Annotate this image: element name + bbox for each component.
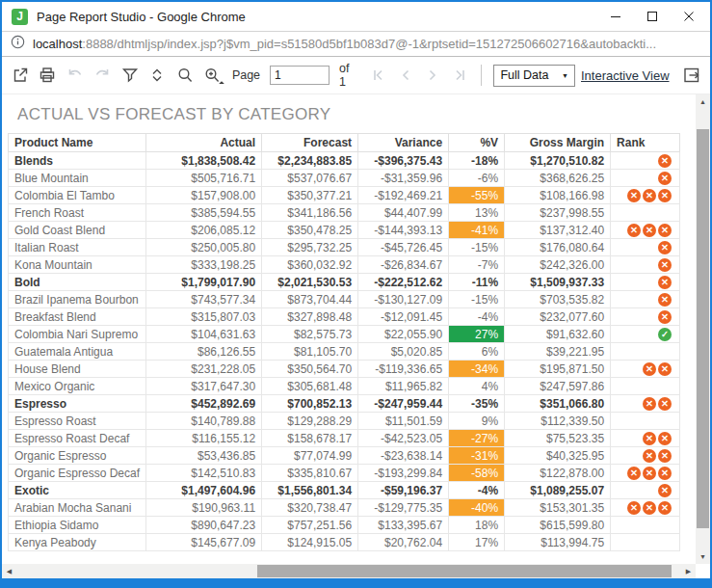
- search-button[interactable]: [172, 63, 197, 88]
- vertical-scrollbar[interactable]: ▲ ▼: [696, 94, 710, 564]
- minimize-button[interactable]: [610, 11, 621, 22]
- cell-forecast: $537,076.67: [262, 170, 358, 187]
- column-header-variance[interactable]: Variance: [358, 134, 449, 152]
- category-row: Exotic$1,497,604.96$1,556,801.34-$59,196…: [9, 482, 680, 499]
- cell-pct-v: -58%: [449, 465, 505, 482]
- next-page-button[interactable]: [420, 63, 444, 88]
- rank-x-icon: ✕: [658, 362, 672, 376]
- cell-variance: -$193,299.84: [358, 465, 449, 482]
- view-mode-select[interactable]: Full Data ▼: [493, 65, 575, 87]
- toc-panel-toggle-button[interactable]: [680, 63, 704, 88]
- scroll-down-arrow-icon[interactable]: ▼: [696, 549, 710, 564]
- cell-actual: $86,126.55: [146, 343, 262, 361]
- maximize-button[interactable]: [646, 11, 658, 22]
- horizontal-scrollbar[interactable]: ◀ ▶: [2, 564, 696, 578]
- rank-x-icon: ✕: [627, 467, 641, 480]
- url-text[interactable]: localhost:8888/dhtmljsp/index.jsp?j$vm_p…: [33, 37, 656, 51]
- rank-x-icon: ✕: [658, 224, 672, 237]
- cell-pct-v: 4%: [449, 378, 505, 395]
- scroll-left-arrow-icon[interactable]: ◀: [2, 564, 16, 578]
- zoom-button[interactable]: [199, 63, 224, 88]
- jreport-logo-icon: J: [12, 9, 28, 25]
- cell-pct-v: -18%: [449, 152, 505, 170]
- cell-rank: ✕✕✕: [611, 465, 680, 482]
- column-header-actual[interactable]: Actual: [146, 134, 262, 152]
- sort-button[interactable]: [145, 63, 169, 88]
- cell-actual: $317,647.30: [146, 378, 262, 395]
- cell-pct-v: -34%: [449, 361, 505, 378]
- cell-variance: $20,762.04: [358, 534, 449, 551]
- cell-pct-v: 6%: [449, 343, 505, 361]
- column-header-forecast[interactable]: Forecast: [262, 134, 358, 152]
- last-page-button[interactable]: [448, 63, 472, 88]
- export-button[interactable]: [8, 63, 32, 88]
- browser-window: J Page Report Studio - Google Chrome loc…: [0, 0, 712, 588]
- cell-gross-margin: $153,301.35: [505, 499, 611, 517]
- cell-forecast: $81,105.70: [262, 343, 358, 361]
- category-row: Blends$1,838,508.42$2,234,883.85-$396,37…: [9, 152, 680, 170]
- cell-rank: ✕: [611, 274, 680, 291]
- address-bar[interactable]: localhost:8888/dhtmljsp/index.jsp?j$vm_p…: [2, 31, 710, 57]
- rank-x-icon: ✕: [627, 224, 641, 237]
- rank-x-icon: ✕: [643, 467, 656, 480]
- column-header-product-name[interactable]: Product Name: [9, 134, 146, 152]
- cell-actual: $890,647.23: [146, 517, 262, 534]
- cell-actual: $333,198.25: [146, 256, 262, 274]
- cell-forecast: $360,032.92: [262, 256, 358, 274]
- cell-gross-margin: $137,312.40: [505, 222, 611, 239]
- cell-gross-margin: $91,632.60: [505, 326, 611, 343]
- cell-pct-v: -15%: [449, 239, 505, 256]
- page-label: Page: [232, 68, 260, 82]
- window-bottom-border: [2, 578, 710, 586]
- previous-page-button[interactable]: [393, 63, 417, 88]
- cell-pct-v: -35%: [449, 395, 505, 413]
- horizontal-scrollbar-thumb[interactable]: [257, 565, 672, 577]
- column-header-gross-margin[interactable]: Gross Margin: [505, 134, 611, 152]
- cell-rank: ✕: [611, 308, 680, 326]
- cell-gross-margin: $39,221.95: [505, 343, 611, 361]
- cell-rank: ✕: [611, 170, 680, 187]
- scroll-right-arrow-icon[interactable]: ▶: [681, 564, 696, 578]
- cell-rank: ✕: [611, 239, 680, 256]
- cell-actual: $1,799,017.90: [146, 274, 262, 291]
- cell-product-name: Espresso Roast: [9, 413, 146, 430]
- cell-forecast: $129,288.29: [262, 413, 358, 430]
- cell-rank: ✕✕✕: [611, 222, 680, 239]
- undo-button[interactable]: [63, 63, 87, 88]
- rank-x-icon: ✕: [643, 432, 656, 445]
- vertical-scrollbar-thumb[interactable]: [697, 129, 709, 528]
- cell-pct-v: -4%: [449, 482, 505, 499]
- cell-pct-v: -55%: [449, 187, 505, 204]
- cell-pct-v: 13%: [449, 204, 505, 222]
- filter-button[interactable]: [118, 63, 142, 88]
- cell-actual: $116,155.12: [146, 430, 262, 447]
- cell-rank: ✕✕: [611, 361, 680, 378]
- rank-x-icon: ✕: [658, 467, 672, 480]
- cell-gross-margin: $351,066.80: [505, 395, 611, 413]
- column-header-rank[interactable]: Rank: [611, 134, 680, 152]
- cell-product-name: House Blend: [9, 361, 146, 378]
- redo-button[interactable]: [90, 63, 114, 88]
- cell-pct-v: -6%: [449, 170, 505, 187]
- cell-forecast: $757,251.56: [262, 517, 358, 534]
- first-page-button[interactable]: [366, 63, 390, 88]
- cell-forecast: $350,564.70: [262, 361, 358, 378]
- chevron-down-icon: ▼: [562, 72, 568, 79]
- cell-variance: -$130,127.09: [358, 291, 449, 308]
- print-button[interactable]: [35, 63, 59, 88]
- page-number-input[interactable]: [270, 66, 330, 85]
- interactive-view-link[interactable]: Interactive View: [581, 68, 670, 83]
- column-header-pct-v[interactable]: %V: [449, 134, 505, 152]
- rank-check-icon: ✓: [658, 328, 672, 341]
- cell-product-name: French Roast: [9, 204, 146, 222]
- scroll-up-arrow-icon[interactable]: ▲: [696, 94, 710, 109]
- cell-pct-v: -27%: [449, 430, 505, 447]
- close-button[interactable]: [683, 11, 695, 22]
- rank-x-icon: ✕: [658, 154, 672, 168]
- table-header-row: Product Name Actual Forecast Variance %V…: [9, 134, 680, 152]
- cell-forecast: $158,678.17: [262, 430, 358, 447]
- info-icon[interactable]: [11, 35, 25, 53]
- cell-product-name: Brazil Ipanema Bourbon: [9, 291, 146, 308]
- cell-actual: $140,789.88: [146, 413, 262, 430]
- cell-actual: $142,510.83: [146, 465, 262, 482]
